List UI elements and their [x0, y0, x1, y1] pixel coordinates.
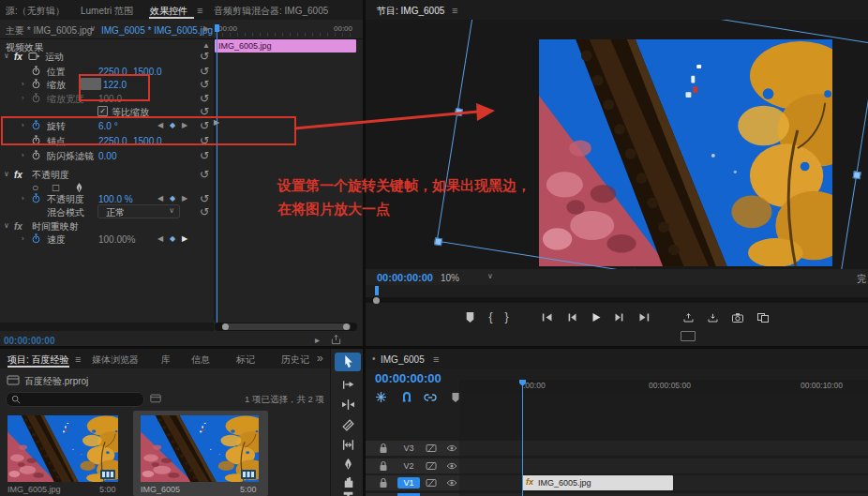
go-to-in-icon[interactable]	[541, 311, 553, 323]
slip-tool-icon[interactable]	[341, 438, 355, 452]
add-keyframe-icon[interactable]: ◆	[170, 195, 175, 203]
fit-label[interactable]: 完	[857, 274, 866, 284]
blend-mode-dropdown[interactable]: 正常 ∨	[97, 204, 180, 218]
sequence-clip-label[interactable]: IMG_6005 * IMG_6005.jpg	[101, 25, 213, 36]
uniform-scale-checkbox[interactable]: ✓	[97, 106, 108, 116]
ecp-footer-timecode[interactable]: 00:00:00:00	[4, 336, 54, 346]
prev-keyframe-icon[interactable]: ◀	[157, 195, 163, 203]
track-label-v1[interactable]: V1	[397, 477, 420, 488]
program-viewer[interactable]	[366, 20, 868, 269]
transform-handle[interactable]	[434, 237, 442, 246]
tab-lumetri-scopes[interactable]: Lumetri 范围	[81, 6, 133, 16]
comparison-view-icon[interactable]	[756, 311, 770, 323]
transform-handle[interactable]	[853, 171, 861, 179]
opacity-value[interactable]: 100.0 %	[98, 194, 133, 204]
time-remap-expand-icon[interactable]: ∨	[4, 222, 9, 231]
tab-audio-clip-mixer[interactable]: 音频剪辑混合器: IMG_6005	[214, 6, 328, 16]
track-label-v3[interactable]: V3	[397, 443, 420, 454]
hand-tool-icon[interactable]	[341, 474, 355, 488]
monitor-scroll-handle[interactable]	[373, 297, 380, 304]
eye-icon[interactable]	[446, 444, 457, 452]
reset-icon[interactable]: ↺	[200, 150, 209, 162]
opacity-group-label[interactable]: 不透明度	[32, 170, 69, 180]
new-bin-icon[interactable]	[150, 393, 161, 403]
stopwatch-icon-active[interactable]	[31, 193, 41, 203]
track-select-forward-tool-icon[interactable]	[341, 378, 355, 392]
monitor-scrollbar[interactable]	[366, 297, 868, 303]
panel-menu-icon[interactable]: ≡	[433, 353, 439, 365]
stopwatch-icon[interactable]	[31, 79, 41, 89]
button-editor-icon[interactable]	[681, 331, 696, 341]
next-keyframe-icon[interactable]: ▶	[182, 235, 187, 244]
sync-lock-icon[interactable]	[426, 443, 437, 453]
reset-icon[interactable]: ↺	[200, 51, 209, 63]
add-marker-icon[interactable]	[464, 311, 476, 323]
item-name[interactable]: IMG_6005	[141, 486, 180, 495]
track-label-v2[interactable]: V2	[397, 460, 420, 472]
add-keyframe-icon[interactable]: ◆	[170, 235, 175, 244]
tab-source-monitor[interactable]: 源:（无剪辑）	[6, 6, 65, 16]
export-frame-icon[interactable]	[731, 311, 744, 323]
timeline-playhead[interactable]	[522, 380, 523, 496]
ecp-zoom-handle-right[interactable]	[343, 323, 350, 330]
stopwatch-icon-active[interactable]	[31, 233, 41, 244]
opacity-value-expand-icon[interactable]: ›	[22, 195, 24, 203]
tab-effect-controls[interactable]: 效果控件	[150, 6, 187, 16]
timeline-timecode[interactable]: 00:00:00:00	[375, 372, 441, 385]
track-content-v2[interactable]	[459, 458, 868, 473]
snap-magnet-icon[interactable]	[401, 391, 412, 402]
reset-icon[interactable]: ↺	[200, 93, 209, 105]
play-around-icon[interactable]: ▸	[315, 335, 320, 345]
chevron-down-icon[interactable]: ∨	[487, 273, 493, 281]
master-clip-label[interactable]: 主要 * IMG_6005.jpg	[6, 25, 92, 36]
reset-icon[interactable]: ↺	[200, 66, 209, 78]
motion-label[interactable]: 运动	[45, 52, 64, 62]
panel-splitter-vertical[interactable]	[363, 0, 366, 496]
stopwatch-icon[interactable]	[31, 150, 41, 160]
project-file-name[interactable]: 百度经验.prproj	[24, 376, 88, 386]
panel-splitter-horizontal[interactable]	[0, 346, 868, 349]
scale-expand-icon[interactable]: ›	[22, 81, 24, 89]
lock-icon[interactable]	[379, 477, 388, 488]
panel-menu-icon[interactable]: ≡	[75, 353, 81, 365]
ripple-edit-tool-icon[interactable]	[341, 398, 355, 412]
rect-mask-icon[interactable]: □	[52, 182, 59, 194]
tab-sequence[interactable]: IMG_6005	[381, 354, 425, 365]
linked-selection-icon[interactable]	[424, 392, 437, 403]
time-remap-label[interactable]: 时间重映射	[32, 221, 79, 232]
ecp-zoom-bar[interactable]	[222, 323, 351, 330]
reset-icon[interactable]: ↺	[200, 169, 209, 181]
lift-icon[interactable]	[682, 311, 695, 323]
transform-bounding-box[interactable]	[437, 20, 868, 269]
stopwatch-icon[interactable]	[31, 66, 41, 76]
chevron-down-icon[interactable]: ∨	[90, 25, 96, 34]
tab-markers[interactable]: 标记	[236, 354, 255, 365]
razor-tool-icon[interactable]	[341, 418, 355, 432]
tab-media-browser[interactable]: 媒体浏览器	[92, 354, 139, 365]
prev-keyframe-icon[interactable]: ◀	[157, 235, 163, 244]
pen-mask-icon[interactable]	[73, 182, 85, 194]
next-keyframe-icon[interactable]: ▶	[182, 195, 187, 203]
mark-out-icon[interactable]: }	[505, 311, 509, 323]
ecp-zoom-scrollbar[interactable]	[215, 323, 357, 331]
ecp-mini-ruler[interactable]	[215, 28, 357, 37]
type-tool-icon[interactable]	[341, 489, 355, 496]
monitor-timecode[interactable]: 00:00:00:00	[377, 272, 433, 283]
speed-value[interactable]: 100.00%	[98, 234, 135, 245]
export-icon[interactable]	[330, 334, 342, 345]
lock-icon[interactable]	[379, 460, 388, 472]
ecp-playhead[interactable]	[217, 24, 217, 323]
mark-in-icon[interactable]: {	[488, 311, 492, 323]
opacity-expand-icon[interactable]: ∨	[4, 171, 9, 179]
reset-icon[interactable]: ↺	[200, 193, 209, 205]
project-item-thumbnail[interactable]	[141, 415, 259, 482]
play-icon[interactable]	[590, 311, 602, 323]
project-item-thumbnail[interactable]	[7, 415, 118, 482]
step-back-icon[interactable]	[565, 311, 577, 323]
tab-program-monitor[interactable]: 节目: IMG_6005	[377, 6, 444, 16]
reset-icon[interactable]: ↺	[200, 206, 209, 218]
panel-menu-icon[interactable]: ≡	[197, 5, 202, 16]
ecp-props-scrollbar[interactable]	[0, 323, 214, 331]
eye-icon[interactable]	[446, 479, 457, 487]
arrow-right-icon[interactable]: ▶	[203, 25, 209, 34]
